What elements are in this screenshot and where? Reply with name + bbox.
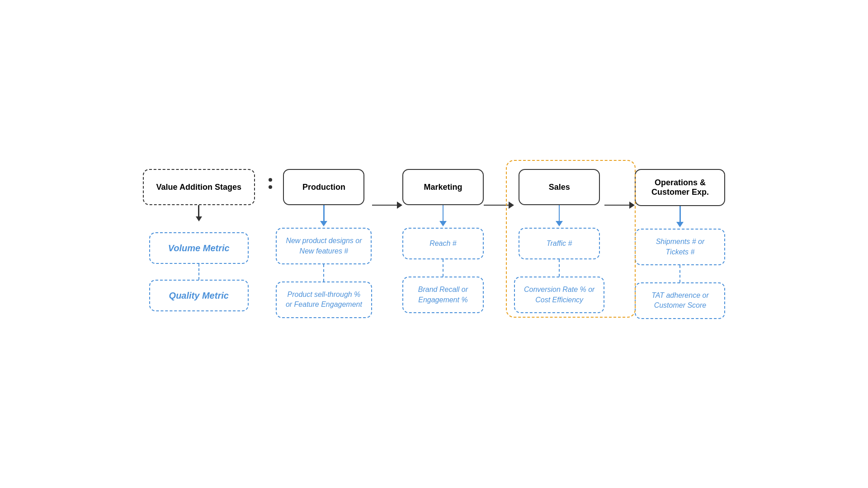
bullet-dot-1 bbox=[269, 178, 272, 182]
sales-volume-box: Traffic # bbox=[519, 228, 600, 259]
bullet-dot-2 bbox=[269, 185, 272, 189]
production-group: Production New product designs or New fe… bbox=[276, 169, 402, 318]
operations-quality-text: TAT adherence or Customer Score bbox=[651, 291, 709, 311]
production-label: Production bbox=[302, 183, 345, 192]
production-col: Production New product designs or New fe… bbox=[276, 169, 372, 318]
operations-label: Operations & Customer Exp. bbox=[651, 178, 709, 197]
quality-metric-label: Quality Metric bbox=[169, 289, 229, 302]
sales-box: Sales bbox=[519, 169, 600, 205]
sales-volume-text: Traffic # bbox=[547, 239, 572, 249]
sales-group: Sales Traffic # Conversion Rate % or Cos… bbox=[514, 169, 635, 313]
marketing-volume-box: Reach # bbox=[402, 228, 484, 259]
value-addition-label: Value Addition Stages bbox=[156, 183, 241, 192]
production-volume-text: New product designs or New features # bbox=[286, 236, 362, 256]
volume-metric-label: Volume Metric bbox=[168, 242, 230, 254]
production-volume-box: New product designs or New features # bbox=[276, 228, 372, 264]
operations-volume-box: Shipments # or Tickets # bbox=[635, 229, 725, 265]
marketing-col: Marketing Reach # Brand Recall or Engage… bbox=[402, 169, 484, 313]
marketing-volume-text: Reach # bbox=[429, 239, 457, 249]
sales-col: Sales Traffic # Conversion Rate % or Cos… bbox=[514, 169, 605, 313]
operations-quality-box: TAT adherence or Customer Score bbox=[635, 282, 725, 319]
operations-box: Operations & Customer Exp. bbox=[635, 169, 725, 206]
left-section: Value Addition Stages Volume Metric Qual… bbox=[143, 169, 255, 311]
bullet-dots bbox=[269, 178, 272, 189]
quality-metric-box: Quality Metric bbox=[149, 280, 249, 311]
marketing-group: Marketing Reach # Brand Recall or Engage… bbox=[402, 169, 514, 313]
production-quality-box: Product sell-through % or Feature Engage… bbox=[276, 282, 372, 318]
arrow-marketing-sales bbox=[484, 187, 514, 223]
value-addition-box: Value Addition Stages bbox=[143, 169, 255, 205]
marketing-quality-box: Brand Recall or Engagement % bbox=[402, 277, 484, 313]
sales-label: Sales bbox=[549, 183, 570, 192]
operations-col: Operations & Customer Exp. Shipments # o… bbox=[635, 169, 725, 319]
sales-quality-text: Conversion Rate % or Cost Efficiency bbox=[524, 285, 595, 305]
arrow-production-marketing bbox=[372, 187, 402, 223]
production-box: Production bbox=[283, 169, 364, 205]
volume-metric-box: Volume Metric bbox=[149, 232, 249, 264]
marketing-box: Marketing bbox=[402, 169, 484, 205]
marketing-label: Marketing bbox=[424, 183, 462, 192]
production-quality-text: Product sell-through % or Feature Engage… bbox=[286, 290, 362, 310]
operations-group: Operations & Customer Exp. Shipments # o… bbox=[635, 169, 725, 319]
marketing-quality-text: Brand Recall or Engagement % bbox=[418, 285, 468, 305]
main-diagram: Value Addition Stages Volume Metric Qual… bbox=[125, 151, 744, 337]
arrow-sales-operations bbox=[604, 187, 635, 223]
sales-quality-box: Conversion Rate % or Cost Efficiency bbox=[514, 277, 605, 313]
operations-volume-text: Shipments # or Tickets # bbox=[656, 237, 705, 257]
